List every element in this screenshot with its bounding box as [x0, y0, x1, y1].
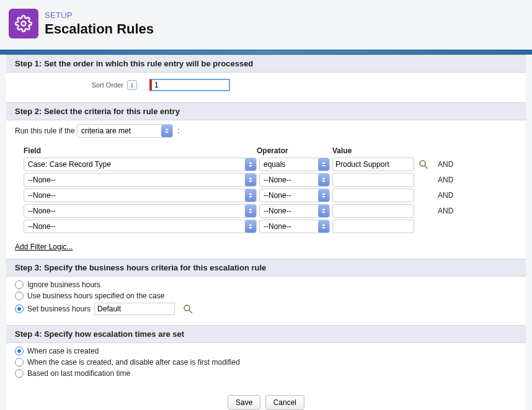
et-created-row[interactable]: When case is created — [15, 347, 517, 355]
lookup-placeholder — [418, 174, 429, 185]
lookup-icon[interactable] — [182, 303, 193, 314]
bh-ignore-row[interactable]: Ignore business hours — [15, 280, 517, 289]
criteria-mode-select[interactable]: criteria are met — [77, 124, 173, 138]
et-disable-radio[interactable] — [15, 358, 24, 367]
add-filter-logic-link[interactable]: Add Filter Logic... — [15, 243, 73, 251]
breadcrumb: SETUP — [45, 11, 154, 20]
lookup-placeholder — [418, 205, 429, 216]
business-hours-group: Ignore business hours Use business hours… — [6, 277, 526, 325]
et-created-label: When case is created — [27, 347, 99, 355]
bh-set-label: Set business hours — [27, 305, 91, 313]
escalation-times-group: When case is created When the case is cr… — [6, 343, 526, 388]
step1-header: Step 1: Set the order in which this rule… — [6, 55, 526, 73]
and-label: AND — [438, 207, 453, 215]
criteria-mode-select-wrap: criteria are met — [77, 124, 173, 138]
page-header: SETUP Escalation Rules — [0, 0, 532, 50]
gear-icon — [9, 9, 38, 38]
cancel-button[interactable]: Cancel — [265, 395, 304, 410]
svg-line-2 — [425, 166, 428, 169]
value-input[interactable] — [332, 189, 414, 202]
operator-select[interactable]: --None-- — [259, 173, 330, 187]
et-created-radio[interactable] — [15, 347, 24, 355]
step3-header: Step 3: Specify the business hours crite… — [6, 259, 526, 277]
header-operator: Operator — [257, 146, 332, 155]
et-disable-label: When the case is created, and disable af… — [27, 358, 240, 367]
et-lastmod-radio[interactable] — [15, 369, 24, 378]
et-disable-row[interactable]: When the case is created, and disable af… — [15, 358, 517, 367]
bh-case-label: Use business hours specified on the case — [27, 292, 164, 300]
footer-buttons: Save Cancel — [6, 388, 526, 410]
bh-ignore-radio[interactable] — [15, 280, 24, 289]
criteria-table: Field Operator Value Case: Case Record T… — [6, 144, 526, 239]
operator-select[interactable]: --None-- — [259, 204, 330, 218]
criteria-headers: Field Operator Value — [15, 144, 517, 158]
field-select[interactable]: --None-- — [24, 204, 257, 218]
lookup-icon[interactable] — [418, 159, 429, 170]
operator-select[interactable]: equals — [259, 158, 330, 171]
criteria-row: Case: Case Record Type equals AND — [15, 158, 517, 171]
main-content: Step 1: Set the order in which this rule… — [6, 55, 526, 410]
svg-point-3 — [184, 305, 190, 311]
field-select[interactable]: --None-- — [24, 220, 257, 233]
save-button[interactable]: Save — [228, 395, 260, 410]
run-rule-row: Run this rule if the criteria are met : — [6, 120, 526, 144]
step2-header: Step 2: Select the criteria for this rul… — [6, 102, 526, 120]
bh-case-radio[interactable] — [15, 292, 24, 300]
header-value: Value — [332, 146, 419, 155]
sort-order-row: Sort Order i — [6, 73, 526, 102]
run-rule-prefix: Run this rule if the — [15, 127, 75, 135]
svg-point-0 — [22, 22, 26, 26]
and-label: AND — [438, 160, 453, 169]
add-filter-row: Add Filter Logic... — [6, 239, 526, 259]
bh-set-radio[interactable] — [15, 305, 24, 313]
run-rule-suffix: : — [177, 127, 179, 135]
page-title: Escalation Rules — [45, 21, 154, 37]
and-label: AND — [438, 176, 453, 184]
criteria-row: --None-- --None-- AND — [15, 189, 517, 202]
field-select[interactable]: --None-- — [24, 189, 257, 202]
operator-select[interactable]: --None-- — [259, 189, 330, 202]
value-input[interactable] — [332, 220, 414, 233]
criteria-row: --None-- --None-- — [15, 220, 517, 233]
value-input[interactable] — [332, 204, 414, 218]
and-label: AND — [438, 191, 453, 200]
svg-line-4 — [189, 310, 192, 313]
bh-ignore-label: Ignore business hours — [27, 280, 100, 289]
et-lastmod-row[interactable]: Based on last modification time — [15, 369, 517, 378]
sort-order-label: Sort Order — [15, 81, 123, 89]
field-select[interactable]: Case: Case Record Type — [24, 158, 257, 171]
lookup-placeholder — [418, 190, 429, 201]
info-icon[interactable]: i — [127, 80, 137, 90]
bh-value-input[interactable] — [94, 303, 175, 315]
criteria-row: --None-- --None-- AND — [15, 173, 517, 187]
field-select[interactable]: --None-- — [24, 173, 257, 187]
bh-set-row[interactable]: Set business hours — [15, 303, 517, 315]
value-input[interactable] — [332, 173, 414, 187]
sort-order-input[interactable] — [149, 79, 230, 91]
bh-case-row[interactable]: Use business hours specified on the case — [15, 292, 517, 300]
criteria-row: --None-- --None-- AND — [15, 204, 517, 218]
step4-header: Step 4: Specify how escalation times are… — [6, 325, 526, 343]
divider-ribbon — [0, 50, 532, 55]
svg-point-1 — [420, 161, 425, 166]
operator-select[interactable]: --None-- — [259, 220, 330, 233]
value-input[interactable] — [332, 158, 414, 171]
et-lastmod-label: Based on last modification time — [27, 369, 130, 378]
header-field: Field — [15, 146, 257, 155]
